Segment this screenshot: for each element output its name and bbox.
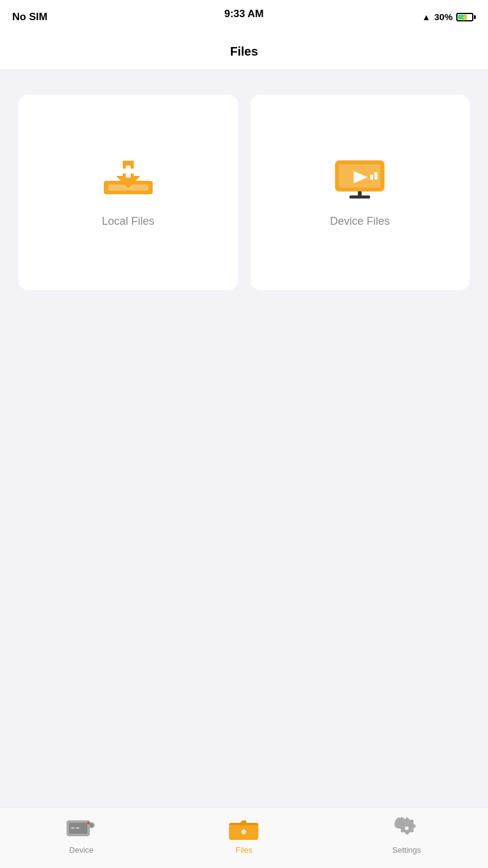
svg-rect-9 [358, 191, 362, 196]
tab-device-label: Device [69, 845, 93, 855]
location-icon: ▲ [422, 12, 431, 22]
status-bar: No SIM 9:33 AM ▲ 30% ⚡ [0, 0, 488, 34]
svg-point-23 [405, 826, 409, 830]
tab-settings-label: Settings [392, 845, 421, 855]
device-files-card[interactable]: Device Files [250, 95, 470, 290]
local-files-label: Local Files [102, 215, 155, 228]
device-tab-icon [64, 815, 98, 842]
svg-point-16 [90, 823, 93, 827]
svg-rect-7 [370, 175, 373, 180]
tab-bar: Device Files [0, 807, 488, 868]
page-title: Files [230, 45, 258, 59]
cards-row: Local Files [18, 95, 470, 290]
svg-point-17 [87, 822, 90, 825]
local-files-card[interactable]: Local Files [18, 95, 238, 290]
time-label: 9:33 AM [224, 8, 264, 20]
battery-percent: 30% [434, 12, 453, 22]
battery-icon: ⚡ [456, 13, 476, 21]
svg-rect-13 [71, 827, 75, 829]
svg-point-19 [241, 830, 246, 834]
local-files-icon [101, 158, 156, 200]
tab-files[interactable]: Files [162, 815, 325, 855]
tab-files-label: Files [236, 845, 252, 855]
device-files-label: Device Files [330, 215, 390, 228]
status-right: ▲ 30% ⚡ [422, 12, 476, 22]
tab-device[interactable]: Device [0, 815, 162, 855]
nav-bar: Files [0, 34, 488, 70]
svg-rect-8 [374, 172, 377, 180]
tab-settings[interactable]: Settings [326, 815, 488, 855]
device-files-icon [332, 158, 387, 200]
main-content: Local Files [0, 70, 488, 807]
files-tab-icon [227, 815, 261, 842]
carrier-label: No SIM [12, 11, 48, 23]
settings-tab-icon [390, 815, 424, 842]
svg-rect-14 [76, 827, 79, 829]
svg-rect-10 [349, 195, 370, 199]
svg-rect-3 [121, 169, 136, 173]
